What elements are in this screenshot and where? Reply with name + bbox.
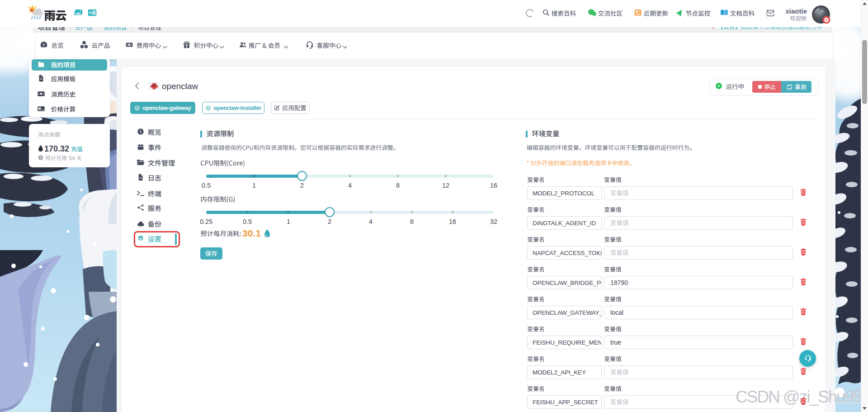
svg-text:A: A [89, 10, 92, 15]
